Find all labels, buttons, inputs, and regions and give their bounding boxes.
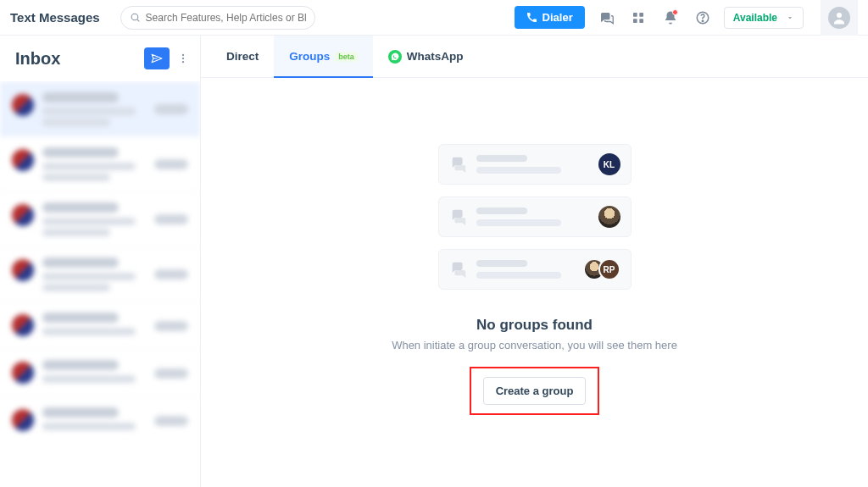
svg-point-8 <box>837 13 842 18</box>
notifications-icon[interactable] <box>659 7 682 29</box>
dialer-button[interactable]: Dialer <box>515 6 585 29</box>
svg-point-9 <box>182 54 184 56</box>
avatar <box>12 204 34 226</box>
svg-rect-4 <box>633 19 637 23</box>
empty-title: No groups found <box>476 317 593 334</box>
conversations-icon[interactable] <box>595 7 617 29</box>
whatsapp-icon <box>388 50 402 64</box>
svg-point-7 <box>702 20 704 22</box>
conversation-item[interactable] <box>0 81 200 136</box>
tab-label: Groups <box>289 50 330 63</box>
compose-icon <box>150 53 164 64</box>
beta-badge: beta <box>335 52 358 62</box>
tab-groups[interactable]: Groups beta <box>274 36 373 77</box>
top-bar: Text Messages Dialer Available <box>0 0 868 36</box>
user-avatar-icon <box>828 7 850 29</box>
chat-icon <box>449 155 468 174</box>
search-input[interactable] <box>146 12 306 24</box>
avatar <box>598 206 620 228</box>
placeholder-card: RP <box>438 249 632 290</box>
tab-direct[interactable]: Direct <box>211 36 274 77</box>
profile-menu[interactable] <box>821 0 858 36</box>
chat-icon <box>449 208 468 226</box>
inbox-sidebar: Inbox <box>0 36 201 487</box>
empty-subtitle: When initiate a group conversation, you … <box>392 339 677 351</box>
avatar <box>12 362 34 384</box>
conversation-item[interactable] <box>0 191 200 246</box>
avatar <box>12 94 34 116</box>
search-icon <box>130 12 141 23</box>
avatar <box>12 259 34 281</box>
channel-tabs: Direct Groups beta WhatsApp <box>201 36 868 78</box>
svg-point-11 <box>182 61 184 63</box>
avatar: KL <box>598 153 620 175</box>
notification-dot <box>672 9 678 15</box>
sidebar-header: Inbox <box>0 36 200 81</box>
sidebar-title: Inbox <box>15 49 60 69</box>
placeholder-card <box>438 196 632 237</box>
conversation-item[interactable] <box>0 396 200 444</box>
placeholder-card: KL <box>438 144 632 185</box>
conversation-list <box>0 81 200 487</box>
svg-line-1 <box>137 19 139 21</box>
help-icon[interactable] <box>692 7 714 29</box>
page-title: Text Messages <box>10 10 100 25</box>
highlighted-cta: Create a group <box>470 367 600 415</box>
sidebar-more-icon[interactable] <box>176 52 190 65</box>
conversation-item[interactable] <box>0 302 200 349</box>
svg-rect-3 <box>639 13 643 17</box>
svg-point-0 <box>131 14 138 20</box>
avatar <box>12 149 34 171</box>
create-group-button[interactable]: Create a group <box>483 377 587 405</box>
chevron-down-icon <box>786 14 794 22</box>
chat-icon <box>449 260 468 279</box>
tab-label: Direct <box>226 50 259 63</box>
tab-whatsapp[interactable]: WhatsApp <box>373 36 479 77</box>
conversation-item[interactable] <box>0 349 200 396</box>
global-search[interactable] <box>120 6 315 30</box>
availability-dropdown[interactable]: Available <box>724 7 804 29</box>
svg-point-10 <box>182 58 184 59</box>
availability-label: Available <box>733 12 777 24</box>
avatar: RP <box>598 258 620 280</box>
svg-rect-2 <box>633 13 637 17</box>
groups-empty-state: KL RP <box>201 78 868 487</box>
dialer-label: Dialer <box>542 11 573 24</box>
phone-icon <box>526 12 537 23</box>
apps-icon[interactable] <box>627 7 649 29</box>
illustration-cards: KL RP <box>438 144 632 290</box>
conversation-item[interactable] <box>0 136 200 191</box>
conversation-item[interactable] <box>0 246 200 302</box>
main-panel: Direct Groups beta WhatsApp K <box>201 36 868 487</box>
avatar <box>12 314 34 336</box>
svg-rect-5 <box>639 19 643 23</box>
compose-button[interactable] <box>144 47 170 69</box>
tab-label: WhatsApp <box>407 50 464 63</box>
avatar <box>12 409 34 431</box>
